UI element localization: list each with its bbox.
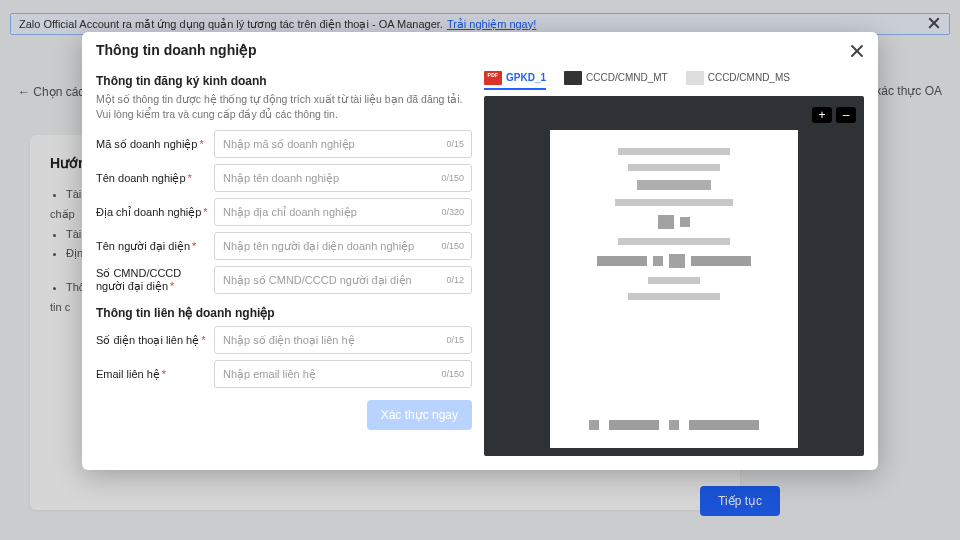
image-icon bbox=[686, 71, 704, 85]
tab-cccd-back[interactable]: CCCD/CMND_MS bbox=[686, 71, 790, 90]
tab-label: GPKD_1 bbox=[506, 72, 546, 83]
phone-input[interactable] bbox=[214, 326, 472, 354]
tab-cccd-front[interactable]: CCCD/CMND_MT bbox=[564, 71, 668, 90]
email-input[interactable] bbox=[214, 360, 472, 388]
tab-label: CCCD/CMND_MT bbox=[586, 72, 668, 83]
rep-id-count: 0/12 bbox=[446, 266, 464, 294]
redacted-line bbox=[615, 199, 733, 206]
business-info-modal: Thông tin doanh nghiệp Thông tin đăng ký… bbox=[82, 32, 878, 470]
redacted-footer bbox=[589, 420, 759, 430]
email-count: 0/150 bbox=[441, 360, 464, 388]
zoom-out-button[interactable]: – bbox=[836, 107, 856, 123]
document-viewer: + – bbox=[484, 96, 864, 456]
image-icon bbox=[564, 71, 582, 85]
biz-addr-count: 0/320 bbox=[441, 198, 464, 226]
redacted-heading bbox=[637, 180, 710, 190]
section-contact-title: Thông tin liên hệ doanh nghiệp bbox=[96, 306, 472, 320]
verify-button[interactable]: Xác thực ngay bbox=[367, 400, 472, 430]
tab-gpkd[interactable]: GPKD_1 bbox=[484, 71, 546, 90]
viewer-toolbar: + – bbox=[492, 104, 856, 126]
section-registration-desc: Một số thông tin được hệ thống tự động t… bbox=[96, 92, 472, 122]
rep-id-input[interactable] bbox=[214, 266, 472, 294]
label-phone: Số điện thoại liên hệ* bbox=[96, 334, 214, 348]
modal-title: Thông tin doanh nghiệp bbox=[96, 42, 257, 58]
redacted-block bbox=[597, 254, 751, 268]
redacted-block bbox=[658, 215, 690, 229]
phone-count: 0/15 bbox=[446, 326, 464, 354]
document-page[interactable] bbox=[550, 130, 798, 448]
form-column: Thông tin đăng ký kinh doanh Một số thôn… bbox=[96, 68, 472, 456]
label-rep-id: Số CMND/CCCD người đại diện* bbox=[96, 267, 214, 295]
biz-name-count: 0/150 bbox=[441, 164, 464, 192]
redacted-line bbox=[628, 293, 720, 300]
pdf-icon bbox=[484, 71, 502, 85]
zoom-in-button[interactable]: + bbox=[812, 107, 832, 123]
rep-name-input[interactable] bbox=[214, 232, 472, 260]
biz-code-input[interactable] bbox=[214, 130, 472, 158]
section-registration-title: Thông tin đăng ký kinh doanh bbox=[96, 74, 472, 88]
modal-header: Thông tin doanh nghiệp bbox=[82, 32, 878, 68]
label-biz-code: Mã số doanh nghiệp* bbox=[96, 138, 214, 152]
biz-name-input[interactable] bbox=[214, 164, 472, 192]
label-biz-addr: Địa chỉ doanh nghiệp* bbox=[96, 206, 214, 220]
document-tabs: GPKD_1 CCCD/CMND_MT CCCD/CMND_MS bbox=[484, 68, 864, 92]
redacted-line bbox=[618, 238, 730, 245]
tab-label: CCCD/CMND_MS bbox=[708, 72, 790, 83]
redacted-line bbox=[628, 164, 720, 171]
rep-name-count: 0/150 bbox=[441, 232, 464, 260]
redacted-line bbox=[648, 277, 701, 284]
biz-addr-input[interactable] bbox=[214, 198, 472, 226]
document-preview: GPKD_1 CCCD/CMND_MT CCCD/CMND_MS + – bbox=[484, 68, 864, 456]
close-icon[interactable] bbox=[846, 40, 868, 62]
label-rep-name: Tên người đại diện* bbox=[96, 240, 214, 254]
label-biz-name: Tên doanh nghiệp* bbox=[96, 172, 214, 186]
biz-code-count: 0/15 bbox=[446, 130, 464, 158]
redacted-line bbox=[618, 148, 730, 155]
label-email: Email liên hệ* bbox=[96, 368, 214, 382]
